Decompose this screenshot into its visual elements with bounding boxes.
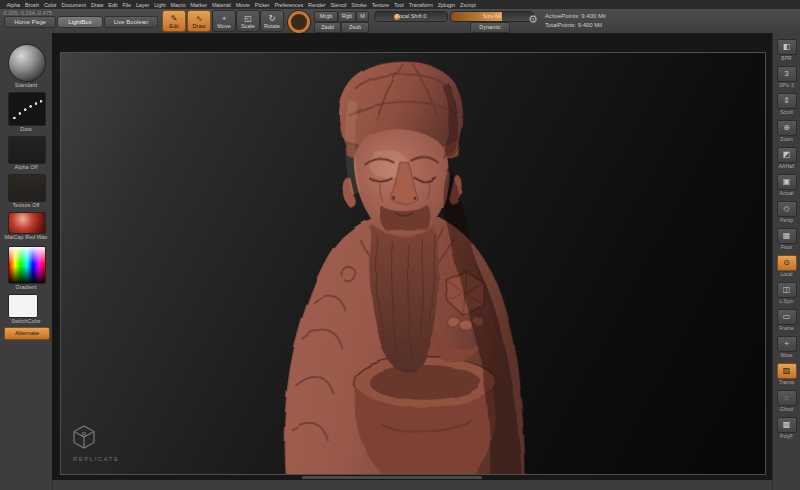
tool-icon: ◩ [777, 147, 797, 163]
right-shelf: ◧ BPR 3 SPix 3 ⇕ Scroll ⊕ Zoom ◩ AAHalf … [772, 33, 800, 490]
right-shelf-button-zoom[interactable]: ⊕ Zoom [775, 120, 799, 143]
m-button[interactable]: M [356, 11, 369, 22]
menu-item-movie[interactable]: Movie [233, 2, 252, 8]
menu-item-file[interactable]: File [120, 2, 133, 8]
menu-item-light[interactable]: Light [152, 2, 168, 8]
texture-thumbnail[interactable] [8, 174, 46, 202]
tool-icon: ◇ [777, 201, 797, 217]
menu-item-draw[interactable]: Draw [88, 2, 105, 8]
tool-icon: + [777, 336, 797, 352]
current-color-swatch[interactable] [8, 294, 38, 318]
alpha-thumbnail[interactable] [8, 136, 46, 164]
move-button[interactable]: + Move [212, 10, 236, 32]
gear-icon[interactable]: ⚙ [528, 13, 538, 26]
draw-size-slider[interactable]: Size 64 [450, 11, 534, 22]
menu-item-tool[interactable]: Tool [391, 2, 406, 8]
document-viewport[interactable]: R REPLICATE [60, 52, 766, 475]
brush-label: Standard [0, 82, 52, 88]
tool-icon: ▣ [777, 174, 797, 190]
menu-item-zscript[interactable]: Zscript [457, 2, 478, 8]
horizontal-scrollbar[interactable] [302, 476, 482, 479]
tool-icon: ▩ [777, 417, 797, 433]
menu-item-texture[interactable]: Texture [369, 2, 391, 8]
draw-icon: ∿ [196, 14, 203, 23]
dynamic-button[interactable]: Dynamic [470, 22, 510, 33]
edit-button[interactable]: ✎ Edit [162, 10, 186, 32]
tool-icon: ⊙ [777, 255, 797, 271]
draw-button[interactable]: ∿ Draw [187, 10, 211, 32]
canvas-gutter: R REPLICATE [52, 33, 772, 480]
menu-item-preferences[interactable]: Preferences [272, 2, 306, 8]
rgb-button[interactable]: Rgb [338, 11, 356, 22]
menu-item-brush[interactable]: Brush [23, 2, 42, 8]
sculpture-3d-model [239, 54, 575, 475]
menu-item-transform[interactable]: Transform [406, 2, 435, 8]
replicate-cube-icon: R [73, 425, 95, 449]
svg-text:R: R [82, 431, 87, 437]
right-shelf-button-ghost[interactable]: ◌ Ghost [775, 390, 799, 413]
texture-label: Texture Off [0, 202, 52, 208]
tool-icon: ⊕ [777, 120, 797, 136]
edit-icon: ✎ [171, 14, 178, 23]
menu-item-color[interactable]: Color [41, 2, 59, 8]
right-shelf-button-local[interactable]: ⊙ Local [775, 255, 799, 278]
focal-shift-slider[interactable]: Focal Shift 0 [374, 11, 448, 22]
tool-icon: ▨ [777, 363, 797, 379]
right-shelf-button-polyf[interactable]: ▩ PolyF [775, 417, 799, 440]
total-points-readout: TotalPoints: 9.400 Mil [545, 21, 602, 29]
right-shelf-button-persp[interactable]: ◇ Persp [775, 201, 799, 224]
right-shelf-button-floor[interactable]: ▦ Floor [775, 228, 799, 251]
menu-item-edit[interactable]: Edit [106, 2, 120, 8]
right-shelf-button-bpr[interactable]: ◧ BPR [775, 39, 799, 62]
right-shelf-button-lsym[interactable]: ◫ L.Sym [775, 282, 799, 305]
left-shelf: Standard Dots Alpha Off Texture Off MatC… [0, 33, 53, 490]
right-shelf-button-actual[interactable]: ▣ Actual [775, 174, 799, 197]
menu-item-marker[interactable]: Marker [188, 2, 210, 8]
menu-item-macro[interactable]: Macro [168, 2, 188, 8]
menu-item-zplugin[interactable]: Zplugin [435, 2, 457, 8]
tool-icon: ▦ [777, 228, 797, 244]
zsub-button[interactable]: Zsub [341, 22, 369, 33]
brush-thumbnail[interactable] [8, 44, 46, 82]
right-shelf-button-frame[interactable]: ▭ Frame [775, 309, 799, 332]
menu-item-material[interactable]: Material [209, 2, 233, 8]
gradient-label: Gradient [0, 284, 52, 290]
lightbox-button[interactable]: LightBox [57, 16, 103, 28]
right-shelf-button-transp[interactable]: ▨ Transp [775, 363, 799, 386]
rotate-icon: ↻ [269, 14, 276, 23]
right-shelf-button-spix[interactable]: 3 SPix 3 [775, 66, 799, 89]
tool-icon: ◌ [777, 390, 797, 406]
home-page-button[interactable]: Home Page [4, 16, 56, 28]
watermark-text: REPLICATE [73, 456, 119, 462]
right-shelf-button-aahalf[interactable]: ◩ AAHalf [775, 147, 799, 170]
right-shelf-button-move[interactable]: + Move [775, 336, 799, 359]
tool-icon: ◧ [777, 39, 797, 55]
material-thumbnail[interactable] [8, 212, 46, 234]
menu-item-picker[interactable]: Picker [252, 2, 272, 8]
active-points-readout: ActivePoints: 9.400 Mil [545, 12, 606, 20]
scale-button[interactable]: ◱ Scale [236, 10, 260, 32]
zadd-button[interactable]: Zadd [314, 22, 341, 33]
menu-item-stencil[interactable]: Stencil [328, 2, 349, 8]
alternate-button[interactable]: Alternate [4, 327, 50, 340]
zbrush-window: AlphaBrushColorDocumentDrawEditFileLayer… [0, 0, 800, 490]
stroke-label: Dots [0, 126, 52, 132]
stroke-thumbnail[interactable] [8, 92, 46, 126]
sculptris-pro-button[interactable] [288, 11, 310, 33]
live-boolean-button[interactable]: Live Boolean [104, 16, 158, 28]
menu-item-alpha[interactable]: Alpha [4, 2, 23, 8]
replicate-watermark: R REPLICATE [73, 425, 119, 462]
mrgb-button[interactable]: Mrgb [314, 11, 338, 22]
move-icon: + [222, 14, 227, 23]
rotate-button[interactable]: ↻ Rotate [260, 10, 284, 32]
material-label: MatCap Red Wax [0, 234, 52, 240]
menu-item-layer[interactable]: Layer [133, 2, 151, 8]
menu-item-document[interactable]: Document [59, 2, 88, 8]
menu-item-render[interactable]: Render [306, 2, 328, 8]
menu-item-stroke[interactable]: Stroke [349, 2, 369, 8]
color-picker[interactable] [8, 246, 46, 284]
right-shelf-button-scroll[interactable]: ⇕ Scroll [775, 93, 799, 116]
scale-icon: ◱ [244, 14, 252, 23]
tool-icon: ◫ [777, 282, 797, 298]
switch-color-label[interactable]: SwitchColor [0, 318, 52, 324]
